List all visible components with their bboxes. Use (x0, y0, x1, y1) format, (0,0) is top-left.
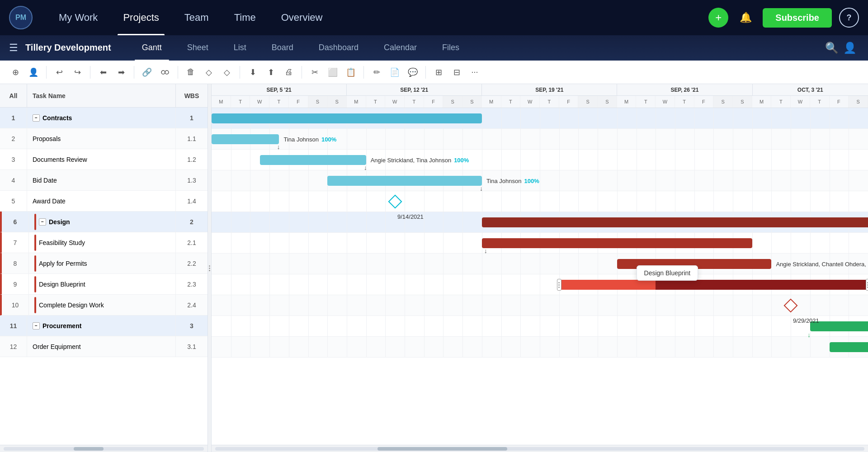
tab-files[interactable]: Files (429, 35, 472, 61)
copy-button[interactable]: ⬜ (325, 64, 341, 80)
gantt-bar[interactable] (482, 217, 868, 227)
row-num: 10 (2, 295, 29, 315)
day-label: M (212, 96, 231, 108)
export-down-button[interactable]: ⬇ (245, 64, 261, 80)
collapse-button[interactable]: − (33, 114, 40, 122)
row-name: Feasibility Study (29, 232, 176, 253)
row-wbs: 3 (176, 315, 208, 336)
notifications-button[interactable]: 🔔 (736, 8, 755, 28)
gantt-bar[interactable]: Tina Johnson100%↓ (327, 176, 482, 186)
delete-button[interactable]: 🗑 (183, 64, 199, 80)
day-label: T (405, 96, 424, 108)
outdent-button[interactable]: ⬅ (95, 64, 111, 80)
day-label: T (231, 96, 250, 108)
table-view-button[interactable]: ⊟ (448, 64, 465, 80)
gantt-bar[interactable]: Angie Strickland, Daryl Mathers, Jen... (559, 280, 868, 290)
search-button[interactable]: 🔍 (823, 39, 841, 57)
toolbar-separator-6 (302, 66, 302, 79)
col-name-header: Task Name (27, 84, 176, 107)
cut-button[interactable]: ✂ (307, 64, 323, 80)
color-indicator (34, 276, 36, 292)
toolbar-separator-2 (90, 66, 90, 79)
nav-time[interactable]: Time (222, 0, 269, 35)
gantt-bar[interactable]: Angie Stri... (830, 342, 868, 352)
note-button[interactable]: 📄 (387, 64, 403, 80)
table-header: All Task Name WBS (0, 84, 208, 108)
collapse-button[interactable]: − (39, 218, 46, 226)
table-row: 6 − Design 2 (0, 212, 208, 232)
nav-my-work[interactable]: My Work (46, 0, 110, 35)
paste-button[interactable]: 📋 (343, 64, 359, 80)
row-name: − Design (29, 212, 176, 232)
tab-dashboard[interactable]: Dashboard (306, 35, 371, 61)
tab-list[interactable]: List (221, 35, 259, 61)
bar-resize-right[interactable] (866, 279, 868, 291)
gantt-bar[interactable] (212, 113, 482, 123)
row-wbs: 3.1 (176, 336, 208, 357)
import-up-button[interactable]: ⬆ (263, 64, 279, 80)
tab-board[interactable]: Board (259, 35, 306, 61)
help-button[interactable]: ? (839, 8, 859, 28)
shape-button[interactable]: ◇ (201, 64, 217, 80)
nav-right: + 🔔 Subscribe ? (708, 8, 859, 28)
link-button[interactable]: 🔗 (139, 64, 155, 80)
settings-button[interactable]: 👤 (841, 39, 859, 57)
assign-user-button[interactable]: 👤 (25, 64, 42, 80)
table-row: 7 Feasibility Study 2.1 (0, 232, 208, 253)
add-button[interactable]: + (708, 8, 728, 28)
table-row: 11 − Procurement 3 (0, 315, 208, 336)
indent-button[interactable]: ➡ (113, 64, 129, 80)
row-name: Apply for Permits (29, 253, 176, 273)
scroll-thumb[interactable] (377, 447, 507, 451)
row-wbs: 1 (176, 108, 208, 128)
gantt-bar[interactable]: ↓ (482, 238, 752, 248)
resize-handle[interactable] (208, 84, 212, 452)
gantt-row (212, 295, 868, 316)
table-scroll[interactable] (0, 445, 208, 452)
day-label: W (656, 96, 675, 108)
row-name: − Procurement (27, 315, 176, 336)
row-num: 11 (0, 315, 27, 336)
scroll-track[interactable] (4, 447, 204, 451)
day-label: M (617, 96, 637, 108)
tab-gantt[interactable]: Gantt (129, 35, 175, 61)
collapse-button[interactable]: − (33, 322, 40, 330)
row-num: 1 (0, 108, 27, 128)
scroll-track[interactable] (215, 447, 864, 451)
shape2-button[interactable]: ◇ (219, 64, 235, 80)
more-button[interactable]: ··· (467, 64, 483, 80)
scroll-thumb[interactable] (74, 447, 104, 451)
undo-button[interactable]: ↩ (51, 64, 67, 80)
edit-button[interactable]: ✏ (368, 64, 385, 80)
toolbar-separator-4 (178, 66, 178, 79)
gantt-scroll[interactable] (212, 445, 868, 452)
grid-view-button[interactable]: ⊞ (430, 64, 447, 80)
tab-calendar[interactable]: Calendar (371, 35, 429, 61)
hamburger-menu[interactable]: ☰ (9, 42, 18, 54)
logo[interactable]: PM (9, 6, 33, 29)
week-label: SEP, 5 '21 (212, 84, 347, 95)
toolbar-separator-5 (240, 66, 240, 79)
row-wbs: 1.3 (176, 170, 208, 190)
nav-projects[interactable]: Projects (110, 0, 171, 35)
comment-button[interactable]: 💬 (405, 64, 421, 80)
gantt-bar[interactable]: Angie Strickland, Tina Johnson100%↓ (260, 155, 366, 165)
dependency-button[interactable] (157, 64, 173, 80)
tab-sheet[interactable]: Sheet (175, 35, 221, 61)
day-label: T (636, 96, 656, 108)
day-label: S (713, 96, 733, 108)
day-label: W (520, 96, 540, 108)
subscribe-button[interactable]: Subscribe (763, 8, 832, 28)
nav-team[interactable]: Team (172, 0, 222, 35)
nav-overview[interactable]: Overview (269, 0, 335, 35)
add-task-button[interactable]: ⊕ (7, 64, 24, 80)
day-label: T (540, 96, 559, 108)
row-wbs: 2.3 (176, 274, 208, 294)
task-table: All Task Name WBS 1 − Contracts 1 2 Prop… (0, 84, 208, 452)
bar-resize-left[interactable] (557, 279, 561, 291)
gantt-bar[interactable]: Tina Johnson100%↓ (212, 134, 279, 144)
day-label: T (501, 96, 521, 108)
bar-label: Tina Johnson100% (486, 178, 539, 184)
redo-button[interactable]: ↪ (69, 64, 85, 80)
print-button[interactable]: 🖨 (281, 64, 297, 80)
